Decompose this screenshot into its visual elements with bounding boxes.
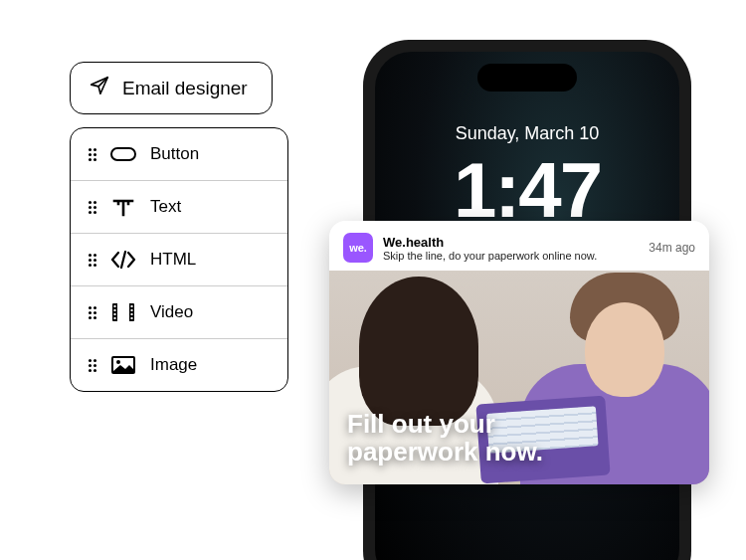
lockscreen-date: Sunday, March 10 — [375, 123, 679, 144]
app-icon: we. — [343, 233, 373, 263]
svg-rect-2 — [114, 305, 116, 307]
svg-rect-8 — [131, 313, 133, 315]
notification-image: Fill out your paperwork now. — [329, 271, 709, 484]
svg-rect-6 — [131, 305, 133, 307]
drag-handle-icon — [89, 254, 96, 267]
svg-rect-9 — [131, 317, 133, 319]
drag-handle-icon — [89, 148, 96, 161]
component-label: Video — [150, 302, 193, 322]
drag-handle-icon — [89, 359, 96, 372]
push-notification[interactable]: we. We.health Skip the line, do your pap… — [329, 221, 709, 484]
component-text[interactable]: Text — [71, 181, 287, 234]
send-icon — [89, 75, 110, 101]
component-button[interactable]: Button — [71, 128, 287, 181]
svg-rect-1 — [117, 303, 129, 321]
component-video[interactable]: Video — [71, 286, 287, 339]
image-icon — [110, 355, 136, 375]
drag-handle-icon — [89, 201, 96, 214]
button-icon — [110, 144, 136, 164]
component-label: HTML — [150, 250, 196, 270]
component-label: Text — [150, 197, 181, 217]
component-image[interactable]: Image — [71, 339, 287, 391]
video-icon — [110, 302, 136, 322]
svg-rect-7 — [131, 309, 133, 311]
svg-rect-4 — [114, 313, 116, 315]
text-icon — [110, 197, 136, 217]
drag-handle-icon — [89, 306, 96, 319]
component-label: Button — [150, 144, 199, 164]
svg-rect-5 — [114, 317, 116, 319]
notification-app-name: We.health — [383, 235, 639, 250]
component-html[interactable]: HTML — [71, 234, 287, 286]
email-designer-button[interactable]: Email designer — [70, 62, 273, 114]
notification-header: we. We.health Skip the line, do your pap… — [329, 221, 709, 271]
notification-body: Skip the line, do your paperwork online … — [383, 250, 639, 262]
email-designer-label: Email designer — [122, 78, 248, 99]
component-label: Image — [150, 355, 197, 375]
notification-timestamp: 34m ago — [649, 241, 695, 255]
code-icon — [110, 250, 136, 270]
svg-rect-3 — [114, 309, 116, 311]
component-panel: Button Text HTML Video — [70, 127, 288, 392]
svg-point-11 — [116, 360, 120, 364]
notification-text: We.health Skip the line, do your paperwo… — [383, 235, 639, 262]
notification-overlay-text: Fill out your paperwork now. — [347, 410, 543, 467]
